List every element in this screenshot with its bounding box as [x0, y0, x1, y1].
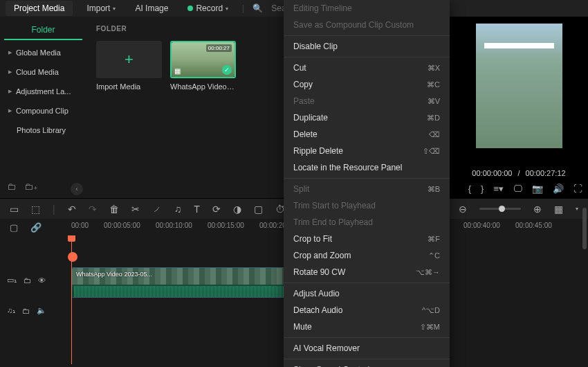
chevron-down-icon[interactable]: ▾	[576, 206, 578, 212]
total-time: 00:00:27:12	[526, 169, 566, 177]
media-sidebar: Folder ▶Global Media ▶Cloud Media ▶Adjus…	[0, 17, 86, 198]
audio-track-icon[interactable]: ♫₁	[7, 306, 15, 315]
sidebar-item-adjustment[interactable]: ▶Adjustment La...	[4, 82, 82, 101]
zoom-out-icon[interactable]: ⊖	[459, 204, 467, 215]
track-folder-icon[interactable]: 🗀	[24, 276, 31, 285]
speed-icon[interactable]: ⟳	[212, 204, 221, 215]
record-button[interactable]: Record▾	[182, 1, 234, 16]
ctx-trim-end: Trim End to Playhead	[284, 214, 450, 231]
triangle-icon: ▶	[8, 50, 12, 55]
ctx-rotate[interactable]: Rotate 90 CW⌥⌘→	[284, 264, 450, 280]
ctx-detach-audio[interactable]: Detach Audio^⌥D	[284, 302, 450, 319]
snapshot-icon[interactable]: 📷	[532, 184, 543, 194]
ctx-save-compound: Save as Compound Clip Custom	[284, 17, 450, 33]
color-icon[interactable]: ◑	[233, 204, 241, 215]
preview-panel: 00:00:00:00 / 00:00:27:12 { } ≡▾ 🖵 📷 🔊 ⛶	[450, 17, 588, 198]
sidebar-item-global-media[interactable]: ▶Global Media	[4, 43, 82, 62]
crop-icon[interactable]: ⟋	[152, 204, 162, 215]
ctx-copy[interactable]: Copy⌘C	[284, 76, 450, 93]
fullscreen-icon[interactable]: ⛶	[573, 184, 582, 194]
track-mute-icon[interactable]: 🔈	[37, 306, 46, 315]
project-media-tab[interactable]: Project Media	[6, 1, 73, 16]
effects-icon[interactable]: ▢	[254, 204, 263, 215]
folder-icon[interactable]: 🗀	[7, 181, 16, 192]
audio-track-header: ♫₁ 🗀 🔈	[7, 306, 46, 315]
ctx-adjust-audio[interactable]: Adjust Audio	[284, 285, 450, 302]
filmstrip-icon: ▦	[174, 67, 181, 75]
zoom-in-icon[interactable]: ⊕	[533, 204, 542, 215]
ctx-show-speed[interactable]: Show Speed Control	[284, 361, 450, 367]
clip-duration: 00:00:27	[206, 44, 232, 52]
ctx-cut[interactable]: Cut⌘X	[284, 60, 450, 76]
volume-icon[interactable]: 🔊	[553, 184, 564, 194]
chevron-down-icon: ▾	[113, 6, 116, 12]
ctx-ripple-delete[interactable]: Ripple Delete⇧⌫	[284, 143, 450, 159]
ctx-ai-vocal[interactable]: AI Vocal Remover	[284, 340, 450, 357]
new-folder-icon[interactable]: 🗀₊	[24, 181, 38, 192]
list-icon[interactable]: ≡▾	[493, 184, 504, 194]
delete-icon[interactable]: 🗑	[109, 204, 119, 215]
fx-marker-icon[interactable]	[68, 252, 77, 262]
bracket-left-icon[interactable]: {	[468, 184, 471, 194]
grid-icon[interactable]: ▦	[554, 204, 563, 215]
marker-icon[interactable]: ▢	[10, 222, 18, 233]
vertical-scrollbar[interactable]	[582, 208, 587, 249]
ctx-paste: Paste⌘V	[284, 93, 450, 109]
ctx-disable-clip[interactable]: Disable Clip	[284, 38, 450, 55]
triangle-icon: ▶	[8, 89, 12, 94]
ctx-trim-start: Trim Start to Playhead	[284, 197, 450, 214]
collapse-sidebar-button[interactable]: ‹	[71, 183, 83, 195]
preview-video[interactable]	[476, 24, 562, 148]
undo-icon[interactable]: ↶	[68, 204, 76, 215]
ctx-crop-fit[interactable]: Crop to Fit⌘F	[284, 231, 450, 247]
clip-label: WhatsApp Video 2023-05...	[76, 271, 152, 278]
sidebar-item-photos[interactable]: Photos Library	[4, 120, 82, 140]
music-icon[interactable]: ♫	[174, 204, 182, 215]
folder-tab[interactable]: Folder	[4, 21, 82, 40]
ctx-locate[interactable]: Locate in the Resource Panel	[284, 159, 450, 176]
plus-icon: +	[125, 51, 134, 69]
link-icon[interactable]: 🔗	[30, 222, 42, 233]
redo-icon[interactable]: ↷	[89, 204, 97, 215]
search-icon: 🔍	[252, 3, 263, 13]
import-button[interactable]: Import▾	[81, 1, 121, 16]
ctx-split: Split⌘B	[284, 181, 450, 197]
context-menu: Editing Timeline Save as Compound Clip C…	[284, 0, 450, 367]
sidebar-item-cloud-media[interactable]: ▶Cloud Media	[4, 62, 82, 82]
video-track-header: ▭₁ 🗀 👁	[7, 276, 46, 285]
check-icon: ✓	[222, 65, 232, 75]
current-time: 00:00:00:00	[472, 169, 512, 177]
ctx-editing-timeline: Editing Timeline	[284, 0, 450, 17]
display-icon[interactable]: 🖵	[513, 184, 522, 194]
ctx-delete[interactable]: Delete⌫	[284, 126, 450, 143]
record-icon	[187, 6, 193, 11]
track-visibility-icon[interactable]: 👁	[38, 276, 46, 285]
import-media-tile[interactable]: + Import Media	[96, 41, 162, 91]
sidebar-footer: 🗀 🗀₊	[7, 181, 38, 192]
ctx-duplicate[interactable]: Duplicate⌘D	[284, 109, 450, 126]
ctx-mute[interactable]: Mute⇧⌘M	[284, 319, 450, 335]
triangle-icon: ▶	[8, 108, 12, 114]
select-tool-icon[interactable]: ⬚	[31, 204, 40, 215]
sidebar-item-compound[interactable]: ▶Compound Clip	[4, 101, 82, 120]
cut-tool-icon[interactable]: ✂	[131, 204, 140, 215]
ai-image-button[interactable]: AI Image	[129, 1, 174, 16]
media-clip-tile[interactable]: 00:00:27 ▦ ✓ WhatsApp Video 202...	[170, 41, 236, 91]
ctx-crop-zoom[interactable]: Crop and Zoom⌃C	[284, 247, 450, 264]
zoom-slider[interactable]	[479, 208, 521, 210]
chevron-down-icon: ▾	[226, 6, 228, 12]
video-track-icon[interactable]: ▭₁	[7, 276, 17, 285]
track-folder-icon[interactable]: 🗀	[22, 307, 30, 315]
text-icon[interactable]: T	[194, 204, 200, 215]
triangle-icon: ▶	[8, 69, 12, 75]
bracket-right-icon[interactable]: }	[481, 184, 484, 194]
pointer-tool-icon[interactable]: ▭	[10, 204, 19, 215]
playhead[interactable]	[71, 235, 72, 364]
timeline-clip[interactable]: WhatsApp Video 2023-05...	[71, 267, 286, 298]
